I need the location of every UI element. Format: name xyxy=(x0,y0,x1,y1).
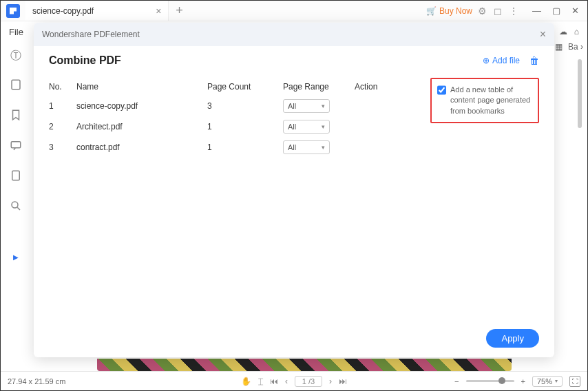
toc-checkbox-label: Add a new table of content page generate… xyxy=(450,85,532,116)
chevron-down-icon: ▾ xyxy=(555,378,558,384)
apply-button[interactable]: Apply xyxy=(486,329,539,348)
gift-icon[interactable]: ⚙ xyxy=(478,6,487,17)
dialog-close-icon[interactable]: × xyxy=(540,28,546,41)
zoom-select[interactable]: 75%▾ xyxy=(532,376,563,387)
tab-close-icon[interactable]: × xyxy=(156,6,161,17)
dialog-app-name: Wondershare PDFelement xyxy=(42,30,140,39)
select-tool-icon[interactable]: ⌶ xyxy=(258,377,263,386)
maximize-button[interactable]: ▢ xyxy=(552,6,560,16)
col-page-count: Page Count xyxy=(207,82,283,92)
thumbnails-icon[interactable] xyxy=(10,78,22,94)
dialog-header: Combine PDF ⊕ Add file 🗑 xyxy=(34,46,554,74)
zoom-out-icon[interactable]: − xyxy=(454,377,459,385)
batch-label[interactable]: Ba › xyxy=(568,42,583,52)
cart-icon: 🛒 xyxy=(426,6,437,16)
svg-rect-1 xyxy=(11,142,21,148)
svg-rect-2 xyxy=(12,171,20,180)
toc-option-area: Add a new table of content page generate… xyxy=(422,78,539,158)
plus-circle-icon: ⊕ xyxy=(483,56,490,65)
title-icons: ⚙ ◻ ⋮ xyxy=(478,6,518,17)
col-no: No. xyxy=(49,82,76,92)
comments-icon[interactable] xyxy=(10,139,22,154)
buy-now-link[interactable]: 🛒 Buy Now xyxy=(426,6,472,16)
home-icon[interactable]: ⌂ xyxy=(574,27,579,36)
last-page-icon[interactable]: ⏭ xyxy=(339,377,347,386)
delete-icon[interactable]: 🗑 xyxy=(529,55,539,66)
zoom-controls: − + 75%▾ ⛶ xyxy=(454,376,580,387)
templates-icon[interactable]: ▦ xyxy=(555,42,563,52)
pager: ✋ ⌶ ⏮ ‹ 1 /3 › ⏭ xyxy=(241,376,347,387)
page-range-select[interactable]: All▾ xyxy=(283,99,330,113)
next-page-icon[interactable]: › xyxy=(329,377,332,386)
table-row[interactable]: 1 science-copy.pdf 3 All▾ xyxy=(49,96,422,116)
svg-rect-0 xyxy=(12,80,20,89)
dialog-footer: Apply xyxy=(34,319,554,357)
tab-title: science-copy.pdf xyxy=(32,6,94,16)
right-toolbar: ▦ Ba › xyxy=(555,42,583,52)
hand-tool-icon[interactable]: ✋ xyxy=(241,377,251,386)
files-area: No. Name Page Count Page Range Action 1 … xyxy=(34,74,554,158)
text-select-icon[interactable]: Ⓣ xyxy=(10,49,21,63)
zoom-slider[interactable] xyxy=(466,380,514,382)
col-action: Action xyxy=(355,82,396,92)
cloud-icon[interactable]: ☁ xyxy=(559,27,567,36)
document-preview-peek xyxy=(97,359,512,371)
search-icon[interactable] xyxy=(10,200,22,215)
chevron-down-icon: ▾ xyxy=(322,123,325,130)
col-name: Name xyxy=(76,82,207,92)
svg-point-3 xyxy=(12,202,18,208)
expand-rail-icon[interactable]: ▶ xyxy=(13,253,19,261)
dialog-title: Combine PDF xyxy=(49,54,121,67)
first-page-icon[interactable]: ⏮ xyxy=(270,377,278,386)
dialog-titlebar: Wondershare PDFelement × xyxy=(34,23,554,46)
titlebar: science-copy.pdf × + 🛒 Buy Now ⚙ ◻ ⋮ — ▢… xyxy=(1,1,587,21)
status-bar: 27.94 x 21.59 cm ✋ ⌶ ⏮ ‹ 1 /3 › ⏭ − + 75… xyxy=(1,371,587,390)
page-dimensions: 27.94 x 21.59 cm xyxy=(8,377,65,385)
table-row[interactable]: 2 Architect.pdf 1 All▾ xyxy=(49,116,422,137)
more-icon[interactable]: ⋮ xyxy=(509,6,518,17)
combine-pdf-dialog: Wondershare PDFelement × Combine PDF ⊕ A… xyxy=(34,23,554,357)
close-button[interactable]: ✕ xyxy=(571,6,579,16)
window-controls: — ▢ ✕ xyxy=(524,6,587,16)
fit-page-icon[interactable]: ⛶ xyxy=(569,376,580,387)
col-page-range: Page Range xyxy=(283,82,355,92)
left-rail: Ⓣ ▶ xyxy=(1,42,31,371)
menu-file[interactable]: File xyxy=(9,27,23,37)
minimize-button[interactable]: — xyxy=(532,6,541,16)
add-file-button[interactable]: ⊕ Add file xyxy=(483,56,520,65)
chevron-down-icon: ▾ xyxy=(322,144,325,151)
bookmarks-icon[interactable] xyxy=(10,109,22,124)
zoom-in-icon[interactable]: + xyxy=(521,377,525,385)
files-table-header: No. Name Page Count Page Range Action xyxy=(49,78,422,96)
page-range-select[interactable]: All▾ xyxy=(283,120,330,134)
toc-checkbox[interactable] xyxy=(437,85,446,95)
app-icon xyxy=(6,4,20,18)
page-number-input[interactable]: 1 /3 xyxy=(295,376,322,387)
chevron-down-icon: ▾ xyxy=(322,103,325,109)
attachments-icon[interactable] xyxy=(10,169,22,184)
toc-highlight-box: Add a new table of content page generate… xyxy=(430,78,539,123)
scrollbar[interactable] xyxy=(578,59,582,128)
new-tab-button[interactable]: + xyxy=(169,3,190,18)
document-tab[interactable]: science-copy.pdf × xyxy=(25,1,169,21)
table-row[interactable]: 3 contract.pdf 1 All▾ xyxy=(49,137,422,158)
user-icon[interactable]: ◻ xyxy=(494,6,502,17)
prev-page-icon[interactable]: ‹ xyxy=(285,377,288,386)
page-range-select[interactable]: All▾ xyxy=(283,140,330,154)
